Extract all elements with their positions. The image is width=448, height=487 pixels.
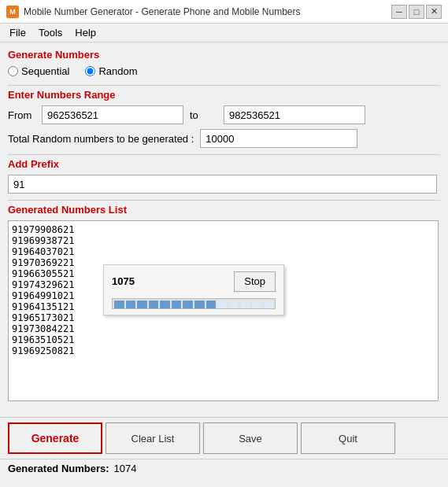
- from-label: From: [8, 109, 35, 121]
- generate-section: Generate Numbers Sequential Random: [8, 49, 440, 77]
- menu-tools[interactable]: Tools: [32, 25, 68, 40]
- divider-2: [8, 154, 440, 155]
- minimize-button[interactable]: ─: [391, 5, 407, 19]
- progress-segment-10: [229, 301, 239, 308]
- progress-count: 1075: [112, 275, 135, 287]
- status-bar: Generated Numbers: 1074: [0, 459, 448, 478]
- radio-group: Sequential Random: [8, 65, 440, 77]
- app-icon: M: [6, 6, 19, 18]
- status-value: 1074: [114, 463, 137, 474]
- progress-segment-3: [149, 301, 159, 308]
- save-button[interactable]: Save: [203, 422, 298, 454]
- prefix-section: Add Prefix: [8, 158, 440, 194]
- main-content: Generate Numbers Sequential Random Enter…: [0, 42, 448, 412]
- bottom-buttons: Generate Clear List Save Quit: [0, 417, 448, 459]
- range-section: Enter Numbers Range From to Total Random…: [8, 89, 440, 148]
- progress-bar-segments: [113, 299, 275, 308]
- prefix-title: Add Prefix: [8, 158, 440, 170]
- progress-segment-7: [194, 301, 205, 308]
- progress-segment-2: [137, 301, 147, 308]
- total-input[interactable]: [200, 129, 357, 148]
- progress-segment-9: [217, 301, 228, 308]
- status-label: Generated Numbers:: [8, 463, 109, 474]
- progress-segment-13: [264, 301, 274, 308]
- to-input[interactable]: [224, 105, 365, 124]
- close-button[interactable]: ✕: [426, 5, 442, 19]
- generate-title: Generate Numbers: [8, 49, 440, 61]
- progress-segment-1: [126, 301, 136, 308]
- list-area-container: 1075 Stop: [8, 220, 439, 401]
- window-title: Mobile Number Generator - Generate Phone…: [24, 6, 391, 17]
- progress-top: 1075 Stop: [104, 271, 283, 292]
- progress-segment-6: [183, 301, 193, 308]
- divider-3: [8, 200, 440, 201]
- generate-button[interactable]: Generate: [8, 422, 102, 454]
- maximize-button[interactable]: □: [409, 5, 424, 19]
- title-bar: M Mobile Number Generator - Generate Pho…: [0, 0, 448, 24]
- divider-1: [8, 85, 440, 86]
- menu-help[interactable]: Help: [68, 25, 102, 40]
- radio-random-label: Random: [98, 65, 137, 77]
- prefix-input[interactable]: [8, 175, 437, 194]
- menu-file[interactable]: File: [3, 25, 32, 40]
- total-label: Total Random numbers to be generated :: [8, 133, 194, 145]
- range-title: Enter Numbers Range: [8, 89, 440, 101]
- window-controls: ─ □ ✕: [391, 5, 442, 19]
- progress-bar-container: [112, 298, 276, 309]
- radio-sequential-input[interactable]: [8, 66, 18, 76]
- from-input[interactable]: [42, 105, 183, 124]
- radio-random-input[interactable]: [85, 66, 95, 76]
- to-label: to: [190, 109, 217, 121]
- progress-segment-5: [172, 301, 182, 308]
- radio-sequential-label: Sequential: [21, 65, 69, 77]
- progress-segment-12: [252, 301, 262, 308]
- stop-button[interactable]: Stop: [234, 271, 276, 292]
- total-row: Total Random numbers to be generated :: [8, 129, 440, 148]
- progress-segment-4: [160, 301, 170, 308]
- progress-segment-8: [206, 301, 217, 308]
- clear-list-button[interactable]: Clear List: [106, 422, 200, 454]
- menu-bar: File Tools Help: [0, 24, 448, 42]
- quit-button[interactable]: Quit: [301, 422, 395, 454]
- progress-overlay: 1075 Stop: [103, 264, 284, 315]
- radio-sequential[interactable]: Sequential: [8, 65, 69, 77]
- progress-segment-0: [114, 301, 124, 308]
- list-title: Generated Numbers List: [8, 204, 440, 216]
- list-section: Generated Numbers List 1075 Stop: [8, 204, 440, 401]
- progress-segment-11: [240, 301, 250, 308]
- radio-random[interactable]: Random: [85, 65, 137, 77]
- range-row: From to: [8, 105, 440, 124]
